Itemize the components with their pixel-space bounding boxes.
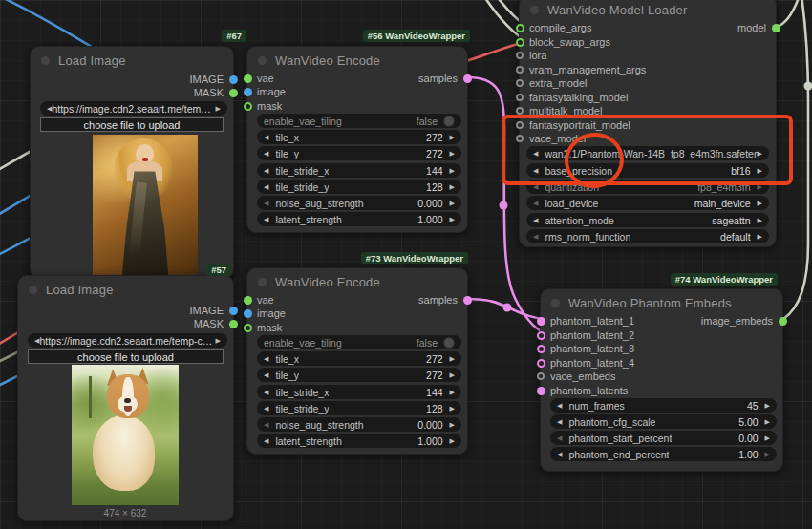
- increment-arrow-icon[interactable]: ▶: [450, 371, 455, 379]
- widget-quantization[interactable]: ◀ quantization fp8_e4m3fn ▶: [526, 180, 769, 194]
- combo-right-arrow-icon[interactable]: ▶: [758, 183, 762, 191]
- input-port-vae[interactable]: [244, 74, 252, 83]
- choose-file-button[interactable]: choose file to upload: [28, 349, 224, 364]
- increment-arrow-icon[interactable]: ▶: [450, 200, 455, 207]
- decrement-arrow-icon[interactable]: ◀: [264, 405, 268, 413]
- decrement-arrow-icon[interactable]: ◀: [264, 200, 268, 207]
- decrement-arrow-icon[interactable]: ◀: [557, 434, 562, 442]
- decrement-arrow-icon[interactable]: ◀: [557, 402, 562, 410]
- widget-phantom-cfg-scale[interactable]: ◀ phantom_cfg_scale 5.00 ▶: [550, 414, 777, 429]
- combo-left-arrow-icon[interactable]: ◀: [533, 200, 538, 207]
- input-port-vae[interactable]: [244, 296, 252, 305]
- output-port-image[interactable]: [229, 75, 238, 84]
- input-port-phantom-latent-4[interactable]: [537, 359, 545, 368]
- widget-load-device[interactable]: ◀ load_device main_device ▶: [526, 196, 769, 210]
- decrement-arrow-icon[interactable]: ◀: [264, 371, 268, 379]
- collapse-dot-icon[interactable]: [530, 6, 539, 14]
- widget-tile-x[interactable]: ◀ tile_x 272 ▶: [257, 130, 461, 144]
- node-title-bar[interactable]: WanVideo Model Loader: [530, 2, 688, 17]
- input-port-multitalk-model[interactable]: [516, 107, 524, 115]
- increment-arrow-icon[interactable]: ▶: [765, 451, 770, 458]
- collapse-dot-icon[interactable]: [29, 286, 37, 294]
- output-port-image[interactable]: [229, 307, 238, 315]
- widget-tile-stride-y[interactable]: ◀ tile_stride_y 128 ▶: [257, 180, 461, 194]
- input-port-compile-args[interactable]: [516, 24, 524, 32]
- increment-arrow-icon[interactable]: ▶: [450, 134, 455, 141]
- input-port-phantom-latent-2[interactable]: [537, 331, 545, 340]
- combo-right-arrow-icon[interactable]: ▶: [758, 200, 762, 207]
- widget-latent-strength[interactable]: ◀ latent_strength 1.000 ▶: [257, 434, 461, 448]
- combo-right-arrow-icon[interactable]: ▶: [758, 150, 762, 158]
- input-port-fantasyportrait-model[interactable]: [516, 121, 524, 129]
- widget-phantom-end-percent[interactable]: ◀ phantom_end_percent 1.00 ▶: [550, 447, 777, 461]
- input-port-vram-management-args[interactable]: [516, 66, 524, 74]
- output-port-mask[interactable]: [229, 89, 238, 97]
- image-url-combo[interactable]: ◀ https://image.cdn2.seaart.me/temp-conv…: [28, 333, 227, 348]
- widget-tile-y[interactable]: ◀ tile_y 272 ▶: [257, 146, 461, 160]
- input-port-lora[interactable]: [516, 52, 524, 59]
- node-load-image-57[interactable]: Load Image IMAGE MASK ◀ https://image.cd…: [17, 275, 234, 521]
- increment-arrow-icon[interactable]: ▶: [450, 405, 455, 413]
- input-port-extra-model[interactable]: [516, 79, 524, 87]
- decrement-arrow-icon[interactable]: ◀: [264, 421, 268, 429]
- node-title-bar[interactable]: WanVideo Phantom Embeds: [551, 295, 732, 310]
- increment-arrow-icon[interactable]: ▶: [450, 150, 455, 158]
- increment-arrow-icon[interactable]: ▶: [765, 402, 770, 410]
- node-title-bar[interactable]: Load Image: [29, 282, 114, 297]
- widget-model-file-combo[interactable]: ◀ wan2.1/Phantom-Wan-14B_fp8_e4m3fn.safe…: [526, 146, 769, 160]
- node-title-bar[interactable]: WanVideo Encode: [258, 274, 380, 289]
- toggle-knob-icon[interactable]: [443, 116, 455, 127]
- decrement-arrow-icon[interactable]: ◀: [264, 167, 268, 175]
- decrement-arrow-icon[interactable]: ◀: [264, 134, 268, 141]
- widget-base-precision[interactable]: ◀ base_precision bf16 ▶: [526, 163, 769, 178]
- combo-right-arrow-icon[interactable]: ▶: [216, 337, 221, 345]
- increment-arrow-icon[interactable]: ▶: [450, 389, 455, 396]
- node-wanvideo-encode-73[interactable]: WanVideo Encode vae image mask samples e…: [246, 267, 468, 455]
- node-title-bar[interactable]: Load Image: [41, 53, 126, 68]
- widget-noise-aug-strength[interactable]: ◀ noise_aug_strength 0.000 ▶: [257, 196, 461, 210]
- combo-left-arrow-icon[interactable]: ◀: [533, 233, 538, 241]
- output-port-samples[interactable]: [463, 296, 472, 305]
- combo-right-arrow-icon[interactable]: ▶: [758, 167, 762, 175]
- decrement-arrow-icon[interactable]: ◀: [264, 389, 268, 396]
- widget-attention-mode[interactable]: ◀ attention_mode sageattn ▶: [526, 213, 769, 227]
- collapse-dot-icon[interactable]: [551, 299, 560, 307]
- widget-tile-stride-x[interactable]: ◀ tile_stride_x 144 ▶: [257, 163, 461, 178]
- decrement-arrow-icon[interactable]: ◀: [264, 437, 268, 445]
- increment-arrow-icon[interactable]: ▶: [450, 437, 455, 445]
- increment-arrow-icon[interactable]: ▶: [765, 418, 770, 426]
- input-port-phantom-latents[interactable]: [537, 387, 545, 395]
- widget-tile-y[interactable]: ◀ tile_y 272 ▶: [257, 368, 461, 382]
- increment-arrow-icon[interactable]: ▶: [450, 355, 455, 363]
- comfyui-graph-canvas[interactable]: #67 Load Image IMAGE MASK ◀ https://imag…: [0, 0, 812, 529]
- increment-arrow-icon[interactable]: ▶: [450, 167, 455, 175]
- increment-arrow-icon[interactable]: ▶: [765, 434, 770, 442]
- input-port-image[interactable]: [244, 309, 252, 318]
- input-port-mask[interactable]: [244, 324, 252, 332]
- input-port-vace-embeds[interactable]: [537, 372, 545, 380]
- node-wanvideo-model-loader[interactable]: WanVideo Model Loader compile_args block…: [519, 0, 777, 247]
- combo-left-arrow-icon[interactable]: ◀: [533, 167, 538, 175]
- decrement-arrow-icon[interactable]: ◀: [264, 355, 268, 363]
- widget-tile-x[interactable]: ◀ tile_x 272 ▶: [257, 351, 461, 366]
- node-load-image-67[interactable]: Load Image IMAGE MASK ◀ https://image.cd…: [30, 46, 234, 279]
- output-port-mask[interactable]: [229, 320, 238, 328]
- combo-left-arrow-icon[interactable]: ◀: [533, 150, 538, 158]
- output-port-samples[interactable]: [463, 74, 472, 83]
- collapse-dot-icon[interactable]: [258, 278, 267, 286]
- decrement-arrow-icon[interactable]: ◀: [264, 183, 268, 191]
- combo-right-arrow-icon[interactable]: ▶: [216, 105, 221, 113]
- node-wanvideo-phantom-embeds-74[interactable]: WanVideo Phantom Embeds phantom_latent_1…: [540, 288, 783, 472]
- input-port-phantom-latent-3[interactable]: [537, 345, 545, 353]
- image-url-combo[interactable]: ◀ https://image.cdn2.seaart.me/temp-conv…: [40, 101, 227, 116]
- input-port-fantasytalking-model[interactable]: [516, 94, 524, 101]
- widget-noise-aug-strength[interactable]: ◀ noise_aug_strength 0.000 ▶: [257, 417, 461, 432]
- combo-left-arrow-icon[interactable]: ◀: [533, 183, 538, 191]
- decrement-arrow-icon[interactable]: ◀: [264, 216, 268, 223]
- input-port-block-swap-args[interactable]: [516, 38, 524, 47]
- combo-left-arrow-icon[interactable]: ◀: [533, 217, 538, 224]
- toggle-knob-icon[interactable]: [443, 337, 455, 349]
- widget-phantom-start-percent[interactable]: ◀ phantom_start_percent 0.00 ▶: [550, 431, 777, 445]
- combo-right-arrow-icon[interactable]: ▶: [758, 217, 762, 224]
- output-port-image-embeds[interactable]: [779, 317, 787, 326]
